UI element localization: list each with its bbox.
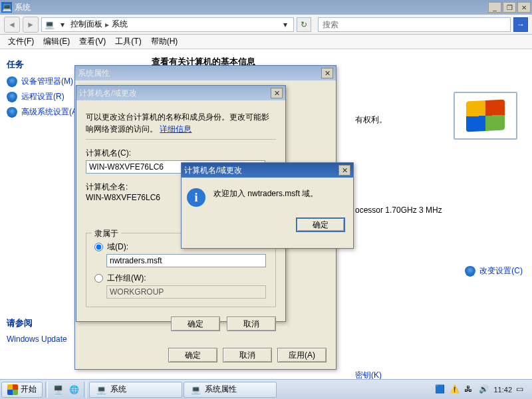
group-legend: 隶属于 bbox=[92, 228, 121, 239]
search-box[interactable] bbox=[318, 17, 511, 32]
taskbar-clock[interactable]: 11:42 bbox=[493, 386, 512, 394]
radio-domain[interactable] bbox=[94, 243, 103, 251]
search-input[interactable] bbox=[321, 19, 507, 30]
ok-button[interactable]: 确定 bbox=[296, 217, 345, 232]
forward-button[interactable]: ► bbox=[23, 17, 39, 33]
nav-toolbar: ◄ ► 💻 ▾ 控制面板 ▸ 系统 ▾ ↻ → bbox=[0, 15, 532, 35]
computer-icon: 💻 bbox=[191, 385, 201, 394]
info-icon: i bbox=[187, 188, 205, 207]
shield-icon bbox=[7, 107, 17, 118]
dialog-title-text: 计算机名/域更改 bbox=[184, 165, 242, 176]
windows-logo-icon bbox=[7, 384, 18, 395]
task-button-sysprops[interactable]: 💻 系统属性 bbox=[184, 382, 277, 398]
minimize-button[interactable]: _ bbox=[488, 2, 501, 13]
radio-workgroup[interactable] bbox=[94, 274, 103, 283]
computer-icon: 💻 bbox=[96, 385, 106, 394]
computer-icon: 💻 bbox=[45, 20, 55, 29]
info-message: 欢迎加入 nwtraders.msft 域。 bbox=[213, 188, 318, 200]
menu-edit[interactable]: 编辑(E) bbox=[39, 35, 74, 49]
taskbar: 开始 🖥️ 🌐 💻 系统 💻 系统属性 🟦 ⚠️ 🖧 🔊 11:42 ▭ bbox=[0, 379, 532, 399]
dialog-title-text: 计算机名/域更改 bbox=[79, 88, 137, 99]
search-go-button[interactable]: → bbox=[513, 17, 528, 32]
divider bbox=[84, 382, 86, 398]
breadcrumb-seg-2[interactable]: 系统 bbox=[112, 19, 128, 30]
dialog-titlebar[interactable]: 系统属性 ✕ bbox=[75, 66, 336, 80]
breadcrumb-arrow: ▸ bbox=[105, 20, 109, 29]
breadcrumb-seg-1[interactable]: 控制面板 bbox=[70, 19, 102, 30]
maximize-button[interactable]: ❐ bbox=[503, 2, 516, 13]
close-button[interactable]: ✕ bbox=[517, 2, 531, 13]
label-domain: 域(D): bbox=[107, 241, 128, 253]
ok-button[interactable]: 确定 bbox=[168, 348, 217, 362]
dialog-titlebar[interactable]: 计算机名/域更改 ✕ bbox=[182, 163, 353, 178]
close-icon[interactable]: ✕ bbox=[338, 165, 350, 176]
back-button[interactable]: ◄ bbox=[4, 17, 20, 33]
menubar: 文件(F) 编辑(E) 查看(V) 工具(T) 帮助(H) bbox=[0, 35, 532, 49]
apply-button[interactable]: 应用(A) bbox=[277, 348, 327, 362]
input-domain[interactable] bbox=[106, 254, 266, 267]
start-button[interactable]: 开始 bbox=[1, 382, 43, 398]
addr-dropdown-1[interactable]: ▾ bbox=[57, 20, 68, 29]
ok-button[interactable]: 确定 bbox=[171, 317, 220, 331]
menu-view[interactable]: 查看(V) bbox=[75, 35, 110, 49]
address-bar[interactable]: 💻 ▾ 控制面板 ▸ 系统 ▾ bbox=[41, 17, 294, 32]
cancel-button[interactable]: 取消 bbox=[227, 317, 276, 331]
dialog-join-domain-confirm: 计算机名/域更改 ✕ i 欢迎加入 nwtraders.msft 域。 确定 bbox=[181, 162, 354, 249]
refresh-button[interactable]: ↻ bbox=[297, 17, 311, 32]
window-title: 系统 bbox=[15, 2, 31, 13]
addr-dropdown-2[interactable]: ▾ bbox=[280, 20, 291, 29]
tray-icon[interactable]: ⚠️ bbox=[450, 384, 460, 395]
tray-network-icon[interactable]: 🖧 bbox=[464, 384, 475, 395]
cancel-button[interactable]: 取消 bbox=[223, 348, 272, 362]
tray-volume-icon[interactable]: 🔊 bbox=[479, 384, 489, 395]
close-icon[interactable]: ✕ bbox=[271, 88, 283, 98]
show-desktop-icon[interactable]: ▭ bbox=[516, 384, 527, 395]
divider bbox=[45, 382, 48, 398]
dialog-note: 可以更改这台计算机的名称和成员身份。更改可能影响网络资源的访问。 详细信息 bbox=[86, 111, 276, 135]
system-tray: 🟦 ⚠️ 🖧 🔊 11:42 ▭ bbox=[431, 384, 531, 395]
divider bbox=[86, 139, 276, 140]
label-computer-name: 计算机名(C): bbox=[86, 148, 276, 159]
tray-icon[interactable]: 🟦 bbox=[435, 384, 446, 395]
input-workgroup bbox=[106, 285, 266, 299]
quicklaunch-ie[interactable]: 🌐 bbox=[66, 382, 81, 397]
close-icon[interactable]: ✕ bbox=[321, 68, 333, 78]
shield-icon bbox=[7, 76, 17, 87]
dialog-title-text: 系统属性 bbox=[78, 68, 110, 79]
dialog-titlebar[interactable]: 计算机名/域更改 ✕ bbox=[76, 86, 285, 100]
titlebar: 💻 系统 _ ❐ ✕ bbox=[0, 0, 532, 15]
task-button-system[interactable]: 💻 系统 bbox=[89, 382, 182, 398]
label-workgroup: 工作组(W): bbox=[107, 273, 146, 284]
computer-image bbox=[452, 82, 519, 149]
shield-icon bbox=[465, 266, 475, 277]
menu-tools[interactable]: 工具(T) bbox=[111, 35, 145, 49]
link-more-info[interactable]: 详细信息 bbox=[160, 124, 192, 134]
menu-file[interactable]: 文件(F) bbox=[4, 35, 38, 49]
menu-help[interactable]: 帮助(H) bbox=[147, 35, 182, 49]
windows-flag-icon bbox=[466, 99, 505, 132]
app-icon: 💻 bbox=[1, 2, 12, 13]
quicklaunch-desktop[interactable]: 🖥️ bbox=[51, 382, 65, 397]
shield-icon bbox=[7, 92, 17, 102]
